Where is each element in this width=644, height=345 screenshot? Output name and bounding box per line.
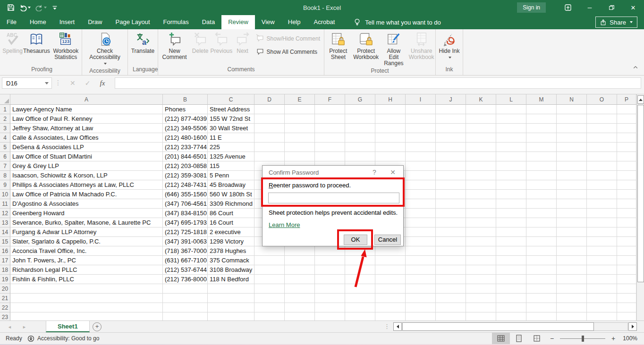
column-header-A[interactable]: A <box>10 94 163 105</box>
cell-L20[interactable] <box>496 284 526 294</box>
column-header-N[interactable]: N <box>557 94 587 105</box>
cell-L12[interactable] <box>496 209 526 218</box>
cell-J5[interactable] <box>436 143 466 152</box>
hide-ink-button[interactable]: Hide Ink <box>436 31 463 60</box>
cell-J15[interactable] <box>436 237 466 246</box>
cell-L1[interactable] <box>496 105 526 114</box>
cell-P10[interactable] <box>617 190 636 199</box>
cell-O7[interactable] <box>587 161 617 171</box>
cell-K20[interactable] <box>466 284 496 294</box>
cell-M16[interactable] <box>526 246 557 256</box>
translate-button[interactable]: aTranslate <box>129 31 157 54</box>
column-header-H[interactable]: H <box>375 94 406 105</box>
dialog-help-button[interactable]: ? <box>366 168 382 176</box>
protect-sheet-button[interactable]: Protect Sheet <box>324 31 352 60</box>
cell-I4[interactable] <box>406 133 436 143</box>
scroll-up-button[interactable] <box>637 95 644 104</box>
cell-K1[interactable] <box>466 105 496 114</box>
row-header-20[interactable]: 20 <box>0 284 10 294</box>
cell-O6[interactable] <box>587 152 617 161</box>
cell-J21[interactable] <box>436 294 466 303</box>
cell-N13[interactable] <box>557 218 587 227</box>
cell-M21[interactable] <box>526 294 557 303</box>
cell-H4[interactable] <box>375 133 406 143</box>
undo-button[interactable] <box>18 2 32 13</box>
cell-A16[interactable]: Acconcia Travel Office, Inc. <box>10 246 163 256</box>
cell-N20[interactable] <box>557 284 587 294</box>
cell-M22[interactable] <box>526 303 557 312</box>
cell-G3[interactable] <box>345 124 375 133</box>
cell-O8[interactable] <box>587 171 617 180</box>
cell-C6[interactable]: 1325 Avenue <box>208 152 254 161</box>
cell-P1[interactable] <box>617 105 636 114</box>
cell-I18[interactable] <box>406 265 436 275</box>
cell-M19[interactable] <box>526 275 557 284</box>
cell-L4[interactable] <box>496 133 526 143</box>
cell-D3[interactable] <box>254 124 285 133</box>
cell-J4[interactable] <box>436 133 466 143</box>
cell-I10[interactable] <box>406 190 436 199</box>
cell-O21[interactable] <box>587 294 617 303</box>
cell-J17[interactable] <box>436 256 466 265</box>
restore-button[interactable] <box>601 0 622 15</box>
cell-B9[interactable]: (212) 248-7431 <box>163 180 208 190</box>
cell-A11[interactable]: D'Agostino & Associates <box>10 199 163 209</box>
cell-P13[interactable] <box>617 218 636 227</box>
cell-C18[interactable]: 3108 Broadway <box>208 265 254 275</box>
cell-P20[interactable] <box>617 284 636 294</box>
cell-E3[interactable] <box>285 124 315 133</box>
cell-I5[interactable] <box>406 143 436 152</box>
cell-N11[interactable] <box>557 199 587 209</box>
cell-J1[interactable] <box>436 105 466 114</box>
cell-L15[interactable] <box>496 237 526 246</box>
cell-H22[interactable] <box>375 303 406 312</box>
cell-E1[interactable] <box>285 105 315 114</box>
row-header-8[interactable]: 8 <box>0 171 10 180</box>
cell-D16[interactable] <box>254 246 285 256</box>
row-header-17[interactable]: 17 <box>0 256 10 265</box>
cell-M23[interactable] <box>526 312 557 320</box>
tab-help[interactable]: Help <box>281 15 307 29</box>
cell-G20[interactable] <box>345 284 375 294</box>
cell-M17[interactable] <box>526 256 557 265</box>
prev-sheet-button[interactable]: ◄ <box>8 325 12 329</box>
cell-J19[interactable] <box>436 275 466 284</box>
cell-G5[interactable] <box>345 143 375 152</box>
zoom-slider[interactable] <box>560 338 605 339</box>
cell-K21[interactable] <box>466 294 496 303</box>
cell-M8[interactable] <box>526 171 557 180</box>
cell-L2[interactable] <box>496 114 526 124</box>
column-header-I[interactable]: I <box>406 94 436 105</box>
cell-A6[interactable]: Law Office of Stuart DiMartini <box>10 152 163 161</box>
cell-D4[interactable] <box>254 133 285 143</box>
cell-G22[interactable] <box>345 303 375 312</box>
cell-L16[interactable] <box>496 246 526 256</box>
cell-H2[interactable] <box>375 114 406 124</box>
cell-G19[interactable] <box>345 275 375 284</box>
cell-E17[interactable] <box>285 256 315 265</box>
cell-I12[interactable] <box>406 209 436 218</box>
cell-K17[interactable] <box>466 256 496 265</box>
cell-D2[interactable] <box>254 114 285 124</box>
cell-I14[interactable] <box>406 227 436 237</box>
cell-A23[interactable] <box>10 312 163 320</box>
cell-O1[interactable] <box>587 105 617 114</box>
cell-P19[interactable] <box>617 275 636 284</box>
row-header-12[interactable]: 12 <box>0 209 10 218</box>
cell-O4[interactable] <box>587 133 617 143</box>
name-box[interactable]: D16 <box>2 77 52 89</box>
column-header-O[interactable]: O <box>587 94 617 105</box>
cell-M7[interactable] <box>526 161 557 171</box>
cell-C13[interactable]: 16 Court <box>208 218 254 227</box>
cell-L7[interactable] <box>496 161 526 171</box>
cell-B2[interactable]: (212) 877-4039 <box>163 114 208 124</box>
cell-A9[interactable]: Phillips & Associates Attorneys at Law, … <box>10 180 163 190</box>
cell-D21[interactable] <box>254 294 285 303</box>
cell-M4[interactable] <box>526 133 557 143</box>
cell-J8[interactable] <box>436 171 466 180</box>
cell-P17[interactable] <box>617 256 636 265</box>
cell-K7[interactable] <box>466 161 496 171</box>
cell-K8[interactable] <box>466 171 496 180</box>
row-header-11[interactable]: 11 <box>0 199 10 209</box>
row-header-2[interactable]: 2 <box>0 114 10 124</box>
